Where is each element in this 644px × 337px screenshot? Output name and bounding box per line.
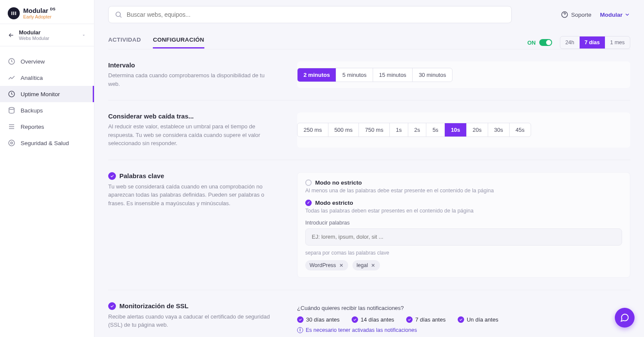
toggle-switch[interactable] — [539, 39, 552, 46]
keyword-chip: legal — [352, 260, 380, 270]
on-label: ON — [527, 39, 536, 46]
nav-item-anal-tica[interactable]: Analítica — [0, 70, 94, 86]
segment-option[interactable]: 10s — [445, 123, 467, 137]
mode-strict-label: Modo estricto — [315, 200, 353, 206]
ssl-panel: ¿Cuándo quieres recibir las notificacion… — [297, 302, 630, 336]
chevron-down-icon — [624, 12, 630, 18]
support-link[interactable]: Soporte — [561, 11, 591, 18]
nav-item-overview[interactable]: Overview — [0, 53, 94, 70]
brand-name: Modular DS — [23, 7, 55, 14]
search-input[interactable] — [127, 11, 505, 18]
org-switcher[interactable]: Modular Webs Modular — [0, 24, 94, 46]
ssl-option[interactable]: 14 días antes — [352, 316, 394, 323]
tabs-row: ACTIVIDADCONFIGURACIÓN ON 24h7 días1 mes — [108, 29, 630, 49]
segment-option[interactable]: 30s — [488, 123, 510, 137]
section-keywords: Palabras clave Tu web se considerará caí… — [108, 160, 630, 290]
keywords-title: Palabras clave — [108, 172, 271, 180]
search-box[interactable] — [108, 6, 512, 23]
keywords-input-label: Introducir palabras — [305, 220, 622, 226]
segment-option[interactable]: 2s — [408, 123, 427, 137]
close-icon[interactable] — [339, 263, 344, 268]
segment-option[interactable]: 30 minutos — [413, 68, 452, 82]
keywords-panel: Modo no estricto Al menos una de las pal… — [297, 172, 630, 278]
mode-strict-radio[interactable]: Modo estricto — [305, 200, 622, 206]
monitor-toggle[interactable]: ON — [527, 39, 552, 46]
segment-option[interactable]: 250 ms — [298, 123, 328, 137]
period-option[interactable]: 1 mes — [605, 36, 630, 49]
keyword-chips: WordPresslegal — [305, 260, 622, 270]
mode-strict-hint: Todas las palabras deben estar presentes… — [305, 208, 622, 214]
nav: OverviewAnalíticaUptime MonitorBackupsRe… — [0, 46, 94, 158]
segment-option[interactable]: 20s — [467, 123, 488, 137]
tab-configuración[interactable]: CONFIGURACIÓN — [153, 36, 204, 49]
downtime-desc: Al reducir este valor, establece un umbr… — [108, 122, 271, 148]
nav-item-reportes[interactable]: Reportes — [0, 118, 94, 135]
chevron-down-icon — [81, 33, 86, 38]
segment-option[interactable]: 5 minutos — [336, 68, 373, 82]
close-icon[interactable] — [371, 263, 376, 268]
interval-title: Intervalo — [108, 61, 271, 69]
ssl-option[interactable]: Un día antes — [458, 316, 498, 323]
tabs: ACTIVIDADCONFIGURACIÓN — [108, 36, 204, 49]
segment-option[interactable]: 500 ms — [328, 123, 359, 137]
check-icon — [406, 316, 413, 323]
clock-icon — [8, 90, 15, 98]
period-option[interactable]: 7 días — [580, 36, 605, 49]
keywords-input[interactable] — [305, 228, 622, 246]
segment-option[interactable]: 15 minutos — [373, 68, 413, 82]
ssl-option[interactable]: 30 días antes — [297, 316, 340, 323]
tab-actividad[interactable]: ACTIVIDAD — [108, 36, 141, 49]
org-name: Modular — [19, 29, 77, 36]
segment-option[interactable]: 5s — [426, 123, 445, 137]
chat-button[interactable] — [615, 308, 635, 328]
ssl-options: 30 días antes14 días antes7 días antesUn… — [297, 316, 630, 323]
nav-label: Overview — [21, 58, 45, 65]
ssl-option-label: Un día antes — [467, 316, 498, 323]
gauge-icon — [8, 58, 15, 65]
check-icon — [297, 316, 304, 323]
segment-option[interactable]: 750 ms — [359, 123, 390, 137]
user-name: Modular — [600, 12, 623, 18]
mode-loose-label: Modo no estricto — [315, 179, 362, 186]
mode-loose-hint: Al menos una de las palabras debe estar … — [305, 188, 622, 194]
search-icon — [115, 11, 122, 18]
section-downtime: Considerar web caída tras... Al reducir … — [108, 100, 630, 160]
ssl-warning-text: Es necesario tener activadas las notific… — [306, 327, 417, 333]
database-icon — [8, 106, 15, 114]
nav-label: Uptime Monitor — [21, 91, 60, 97]
downtime-options: 250 ms500 ms750 ms1s2s5s10s20s30s45s — [297, 123, 531, 137]
logo-icon — [8, 7, 20, 19]
radio-icon — [305, 179, 312, 186]
check-icon — [458, 316, 464, 323]
segment-option[interactable]: 1s — [390, 123, 408, 137]
ssl-option-label: 30 días antes — [306, 316, 340, 323]
period-option[interactable]: 24h — [560, 36, 580, 49]
segment-option[interactable]: 45s — [510, 123, 531, 137]
list-icon — [8, 123, 15, 131]
nav-item-seguridad-salud[interactable]: Seguridad & Salud — [0, 135, 94, 151]
user-menu[interactable]: Modular — [600, 12, 631, 18]
logo: Modular DS Early Adopter — [0, 0, 94, 24]
period-selector: 24h7 días1 mes — [560, 36, 630, 49]
downtime-title: Considerar web caída tras... — [108, 112, 271, 120]
nav-label: Reportes — [21, 124, 44, 130]
svg-point-6 — [9, 140, 15, 146]
svg-point-5 — [9, 107, 14, 109]
ssl-option[interactable]: 7 días antes — [406, 316, 446, 323]
nav-item-backups[interactable]: Backups — [0, 102, 94, 118]
nav-item-uptime-monitor[interactable]: Uptime Monitor — [0, 86, 94, 102]
segment-option[interactable]: 2 minutos — [298, 68, 336, 82]
content: ACTIVIDADCONFIGURACIÓN ON 24h7 días1 mes… — [94, 29, 644, 337]
ssl-desc: Recibe alertas cuando vaya a caducar el … — [108, 313, 271, 329]
topbar: Soporte Modular — [94, 0, 644, 29]
mode-loose-radio[interactable]: Modo no estricto — [305, 179, 622, 186]
section-ssl: Monitorización de SSL Recibe alertas cua… — [108, 290, 630, 337]
keyword-chip: WordPress — [305, 260, 348, 270]
keywords-input-hint: separa por comas las palabras clave — [305, 250, 622, 256]
brand-tagline: Early Adopter — [23, 14, 55, 19]
keywords-desc: Tu web se considerará caída cuando en un… — [108, 182, 271, 208]
sidebar: Modular DS Early Adopter Modular Webs Mo… — [0, 0, 94, 337]
nav-label: Analítica — [21, 75, 43, 81]
ssl-title: Monitorización de SSL — [108, 302, 271, 310]
back-arrow-icon — [8, 32, 15, 39]
